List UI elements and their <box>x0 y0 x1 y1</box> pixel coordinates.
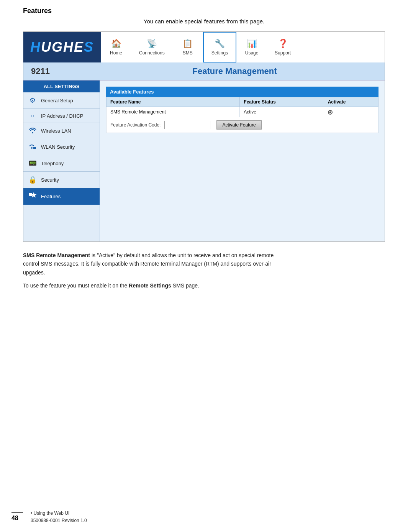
features-table: Feature Name Feature Status Activate SMS… <box>106 97 379 117</box>
nav-home-label: Home <box>110 50 122 56</box>
gear-icon: ⚙ <box>28 96 37 105</box>
features-icon <box>28 192 37 201</box>
footer-text: • Using the Web UI 3500988-0001 Revision… <box>31 510 87 524</box>
sms-icon: 📋 <box>182 39 193 49</box>
sub-header: 9211 Feature Management <box>23 62 385 80</box>
sidebar-label-wlan-security: WLAN Security <box>41 144 75 150</box>
navbar: HUGHES 🏠 Home 📡 Connections 📋 SMS 🔧 Sett… <box>23 32 385 62</box>
nav-support-label: Support <box>275 50 291 56</box>
support-icon: ❓ <box>278 39 288 49</box>
description-paragraph-2: To use the feature you must enable it on… <box>23 281 283 290</box>
feature-name-cell: SMS Remote Management <box>107 107 240 117</box>
nav-items-container: 🏠 Home 📡 Connections 📋 SMS 🔧 Settings 📊 … <box>101 32 385 62</box>
content-area: Available Features Feature Name Feature … <box>100 80 385 241</box>
feature-status-cell: Active <box>240 107 324 117</box>
description-area: SMS Remote Management is "Active" by def… <box>0 242 306 302</box>
svg-rect-2 <box>33 147 36 149</box>
sidebar-label-general-setup: General Setup <box>41 98 73 103</box>
page-main-title: Feature Management <box>92 66 377 76</box>
nav-connections[interactable]: 📡 Connections <box>131 32 172 62</box>
col-feature-status: Feature Status <box>240 97 324 107</box>
screenshot-container: HUGHES 🏠 Home 📡 Connections 📋 SMS 🔧 Sett… <box>23 31 385 242</box>
nav-settings-label: Settings <box>211 50 228 56</box>
nav-settings[interactable]: 🔧 Settings <box>203 32 236 62</box>
footer-line1: • Using the Web UI <box>31 510 87 517</box>
sidebar-label-features: Features <box>41 194 61 199</box>
col-feature-name: Feature Name <box>107 97 240 107</box>
description-paragraph-1: SMS Remote Management is "Active" by def… <box>23 251 283 277</box>
sidebar-label-wireless-lan: Wireless LAN <box>41 128 71 134</box>
page-title-text: Features <box>23 7 52 15</box>
activate-radio[interactable] <box>328 110 333 115</box>
col-activate: Activate <box>324 97 378 107</box>
nav-usage[interactable]: 📊 Usage <box>236 32 267 62</box>
nav-connections-label: Connections <box>139 50 165 56</box>
nav-sms[interactable]: 📋 SMS <box>172 32 203 62</box>
model-number: 9211 <box>31 66 92 76</box>
sidebar-item-telephony[interactable]: 📟 Telephony <box>23 155 100 172</box>
sidebar-label-ip-address: IP Address / DHCP <box>41 113 83 119</box>
nav-sms-label: SMS <box>183 50 193 56</box>
activate-radio-cell <box>324 107 378 117</box>
table-row: SMS Remote Management Active <box>107 107 379 117</box>
page-heading: Features <box>0 0 408 18</box>
main-content: ALL SETTINGS ⚙ General Setup ↔ IP Addres… <box>23 80 385 241</box>
footer-left: 48 • Using the Web UI 3500988-0001 Revis… <box>11 510 87 524</box>
sidebar-item-ip-address[interactable]: ↔ IP Address / DHCP <box>23 109 100 123</box>
sidebar-item-security[interactable]: 🔒 Security <box>23 172 100 188</box>
footer-line2: 3500988-0001 Revision 1.0 <box>31 517 87 524</box>
wireless-lan-icon <box>28 127 37 135</box>
activation-code-label: Feature Activation Code: <box>110 122 161 128</box>
sidebar-header: ALL SETTINGS <box>23 80 100 92</box>
connections-icon: 📡 <box>147 39 157 49</box>
sidebar-item-wireless-lan[interactable]: Wireless LAN <box>23 123 100 139</box>
activation-row: Feature Activation Code: Activate Featur… <box>106 117 379 133</box>
svg-point-1 <box>31 147 33 149</box>
remote-settings-bold: Remote Settings <box>129 282 171 289</box>
sidebar-item-wlan-security[interactable]: WLAN Security <box>23 139 100 155</box>
sidebar-label-security: Security <box>41 177 59 183</box>
telephony-icon: 📟 <box>28 159 37 167</box>
logo-area: HUGHES <box>23 32 101 62</box>
activate-button[interactable]: Activate Feature <box>216 120 261 130</box>
nav-support[interactable]: ❓ Support <box>267 32 298 62</box>
ip-icon: ↔ <box>28 113 37 119</box>
nav-usage-label: Usage <box>245 50 259 56</box>
svg-point-0 <box>32 132 33 133</box>
wlan-security-icon <box>28 143 37 151</box>
settings-icon: 🔧 <box>215 39 225 49</box>
sidebar-label-telephony: Telephony <box>41 161 64 166</box>
hughes-logo: HUGHES <box>30 39 94 55</box>
sms-remote-bold: SMS Remote Management <box>23 252 90 258</box>
page-footer: 48 • Using the Web UI 3500988-0001 Revis… <box>0 510 408 524</box>
activation-code-input[interactable] <box>164 121 210 129</box>
home-icon: 🏠 <box>111 39 121 49</box>
nav-home[interactable]: 🏠 Home <box>101 32 131 62</box>
available-features-header: Available Features <box>106 87 379 97</box>
page-number: 48 <box>11 512 23 522</box>
sidebar-item-features[interactable]: Features <box>23 188 100 205</box>
usage-icon: 📊 <box>247 39 257 49</box>
sidebar: ALL SETTINGS ⚙ General Setup ↔ IP Addres… <box>23 80 100 241</box>
security-icon: 🔒 <box>28 176 37 184</box>
sidebar-item-general-setup[interactable]: ⚙ General Setup <box>23 92 100 109</box>
intro-text: You can enable special features from thi… <box>0 18 408 25</box>
